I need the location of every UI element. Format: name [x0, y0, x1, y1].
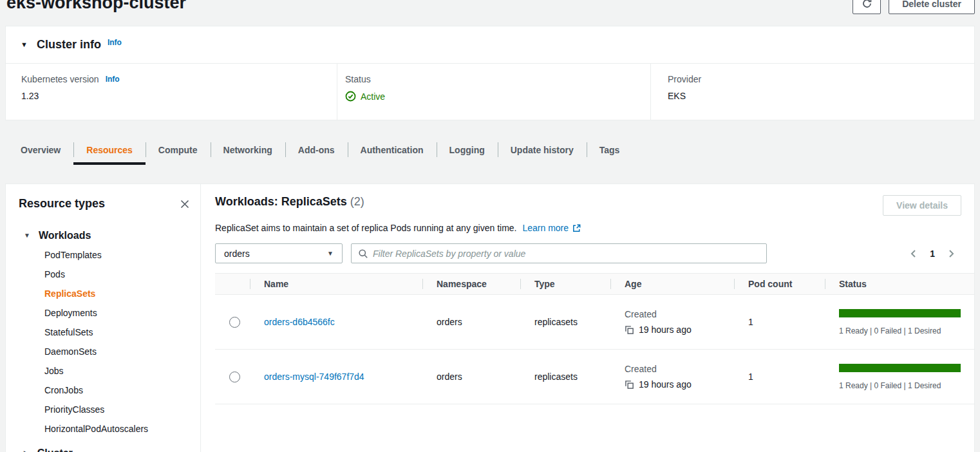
table-header-row: Name Namespace Type Age Pod count Status: [215, 273, 974, 295]
refresh-button[interactable]: [853, 0, 881, 14]
status-text: 1 Ready | 0 Failed | 1 Desired: [839, 326, 961, 335]
status-bar: [839, 309, 961, 317]
header-select-column: [215, 274, 250, 294]
status-bar: [839, 364, 961, 372]
cluster-info-title: Cluster info: [37, 38, 101, 52]
kubernetes-version-info-link[interactable]: Info: [106, 75, 120, 84]
result-count: (2): [350, 195, 364, 208]
refresh-icon: [862, 0, 872, 9]
tab-networking[interactable]: Networking: [211, 135, 285, 165]
sidebar-item-priorityclasses[interactable]: PriorityClasses: [19, 400, 191, 419]
tree-group-cluster[interactable]: ▶ Cluster: [19, 444, 191, 452]
previous-page-button[interactable]: [909, 249, 919, 259]
status-text: 1 Ready | 0 Failed | 1 Desired: [839, 381, 961, 390]
status-field: Status Active: [337, 64, 650, 120]
resource-types-sidebar: Resource types ▼ Workloads PodTemplates …: [6, 184, 201, 452]
pagination: 1: [909, 249, 956, 259]
search-icon: [358, 249, 368, 259]
page-number[interactable]: 1: [930, 249, 935, 259]
cluster-info-info-link[interactable]: Info: [108, 38, 122, 47]
namespace-filter-dropdown[interactable]: orders ▼: [215, 243, 343, 263]
age-created-label: Created: [625, 364, 734, 374]
replicaset-name-link[interactable]: orders-mysql-749f67f7d4: [264, 372, 364, 382]
close-icon: [180, 199, 190, 209]
replicasets-table: Name Namespace Type Age Pod count Status…: [215, 273, 974, 404]
table-row: orders-mysql-749f67f7d4 orders replicase…: [215, 350, 974, 404]
collapse-caret-icon[interactable]: ▼: [21, 41, 28, 48]
age-value: 19 hours ago: [639, 325, 692, 335]
main-title-text: Workloads: ReplicaSets: [215, 195, 347, 208]
cluster-info-header: ▼ Cluster info Info: [6, 26, 974, 64]
cell-status: 1 Ready | 0 Failed | 1 Desired: [825, 364, 974, 390]
sidebar-item-cronjobs[interactable]: CronJobs: [19, 381, 191, 400]
cluster-tabs: Overview Resources Compute Networking Ad…: [5, 135, 632, 165]
sidebar-item-horizontalpodautoscalers[interactable]: HorizontalPodAutoscalers: [19, 419, 191, 438]
cluster-info-body: Kubernetes version Info 1.23 Status Acti…: [6, 64, 974, 120]
resources-panel: Resource types ▼ Workloads PodTemplates …: [5, 184, 975, 452]
kubernetes-version-label: Kubernetes version: [21, 74, 99, 84]
replicasets-main: Workloads: ReplicaSets (2) View details …: [201, 184, 974, 452]
replicaset-name-link[interactable]: orders-d6b4566fc: [264, 317, 335, 327]
tab-authentication[interactable]: Authentication: [348, 135, 437, 165]
status-value: Active: [361, 91, 385, 102]
age-created-label: Created: [625, 309, 734, 319]
status-ok-icon: [345, 91, 356, 102]
cell-type: replicasets: [520, 372, 610, 382]
search-input[interactable]: [373, 249, 760, 259]
row-radio[interactable]: [229, 317, 240, 328]
row-radio[interactable]: [229, 372, 240, 382]
tab-add-ons[interactable]: Add-ons: [285, 135, 348, 165]
cluster-info-section: ▼ Cluster info Info Kubernetes version I…: [5, 26, 975, 120]
sidebar-item-pods[interactable]: Pods: [19, 265, 191, 284]
chevron-left-icon: [909, 249, 919, 259]
header-status: Status: [825, 274, 974, 294]
tab-overview[interactable]: Overview: [8, 135, 73, 165]
sidebar-item-deployments[interactable]: Deployments: [19, 303, 191, 323]
cell-namespace: orders: [422, 372, 520, 382]
page-title: eks-workshop-cluster: [6, 0, 186, 13]
cell-type: replicasets: [520, 317, 610, 327]
tab-resources[interactable]: Resources: [73, 135, 146, 165]
sidebar-item-jobs[interactable]: Jobs: [19, 361, 191, 381]
table-row: orders-d6b4566fc orders replicasets Crea…: [215, 295, 974, 350]
external-link-icon: [572, 223, 581, 233]
search-box: [351, 243, 767, 263]
caret-down-icon: ▼: [24, 232, 30, 239]
copy-icon[interactable]: [625, 325, 634, 335]
cell-pod-count: 1: [734, 317, 825, 327]
sidebar-item-podtemplates[interactable]: PodTemplates: [19, 245, 191, 265]
cell-age: Created 19 hours ago: [610, 309, 734, 335]
tab-update-history[interactable]: Update history: [498, 135, 587, 165]
tree-group-workloads[interactable]: ▼ Workloads: [19, 226, 191, 245]
kubernetes-version-field: Kubernetes version Info 1.23: [6, 64, 337, 120]
view-details-button[interactable]: View details: [883, 195, 961, 216]
header-name: Name: [250, 274, 422, 294]
dropdown-value: orders: [224, 249, 250, 259]
sidebar-item-statefulsets[interactable]: StatefulSets: [19, 323, 191, 342]
tab-logging[interactable]: Logging: [437, 135, 498, 165]
tab-compute[interactable]: Compute: [146, 135, 211, 165]
sidebar-title: Resource types: [19, 197, 105, 211]
cell-status: 1 Ready | 0 Failed | 1 Desired: [825, 309, 974, 335]
sidebar-close-button[interactable]: [178, 198, 191, 211]
sidebar-item-daemonsets[interactable]: DaemonSets: [19, 342, 191, 361]
delete-cluster-button[interactable]: Delete cluster: [889, 0, 975, 14]
header-actions: Delete cluster: [853, 0, 975, 14]
cell-namespace: orders: [422, 317, 520, 327]
header-age: Age: [610, 274, 734, 294]
header-namespace: Namespace: [422, 274, 520, 294]
main-title: Workloads: ReplicaSets (2): [215, 195, 364, 209]
cell-pod-count: 1: [734, 372, 825, 382]
kubernetes-version-value: 1.23: [21, 91, 337, 101]
learn-more-label: Learn more: [522, 223, 569, 233]
cell-age: Created 19 hours ago: [610, 364, 734, 390]
sidebar-item-replicasets[interactable]: ReplicaSets: [19, 284, 191, 303]
learn-more-link[interactable]: Learn more: [522, 223, 581, 233]
tab-tags[interactable]: Tags: [587, 135, 633, 165]
header-pod-count: Pod count: [734, 274, 825, 294]
tree-group-label: Cluster: [37, 447, 73, 452]
next-page-button[interactable]: [946, 249, 956, 259]
chevron-down-icon: ▼: [327, 250, 334, 257]
provider-field: Provider EKS: [650, 64, 974, 120]
copy-icon[interactable]: [625, 380, 634, 390]
